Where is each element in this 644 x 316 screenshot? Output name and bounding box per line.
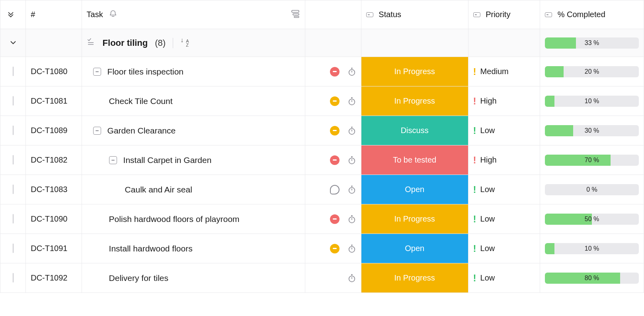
header-id[interactable]: # [26, 0, 82, 29]
progress-bar[interactable]: 10 % [545, 243, 639, 254]
priority-cell[interactable]: !Low [473, 185, 535, 194]
task-name[interactable]: Check Tile Count [109, 96, 173, 106]
priority-cell[interactable]: !Low [473, 214, 535, 224]
timer-icon[interactable] [347, 156, 356, 165]
subtask-view-icon[interactable] [291, 9, 300, 20]
group-row: Floor tiling(8)AZ33 % [0, 29, 644, 57]
sort-az-icon[interactable]: AZ [180, 39, 189, 47]
dropdown-field-icon [545, 12, 552, 17]
timer-icon[interactable] [347, 244, 356, 253]
blocker-icon[interactable] [330, 155, 340, 165]
blocker-icon[interactable] [330, 214, 340, 224]
blocker-icon[interactable] [330, 96, 340, 106]
timer-icon[interactable] [347, 185, 356, 194]
timer-icon[interactable] [347, 126, 356, 135]
table-row[interactable]: DC-T1089Garden ClearanceDiscuss!Low30 % [0, 116, 644, 145]
header-priority[interactable]: Priority [468, 0, 540, 29]
priority-icon: ! [473, 155, 476, 165]
progress-bar[interactable]: 70 % [545, 155, 639, 166]
task-name[interactable]: Delivery for tiles [109, 273, 168, 283]
task-id[interactable]: DC-T1091 [31, 244, 67, 253]
status-badge[interactable]: Open [361, 234, 468, 263]
header-expand-all[interactable] [0, 0, 26, 29]
table-row[interactable]: DC-T1092Delivery for tilesIn Progress!Lo… [0, 263, 644, 293]
status-badge[interactable]: In Progress [361, 204, 468, 234]
row-checkbox[interactable] [13, 126, 14, 135]
row-checkbox[interactable] [13, 243, 14, 253]
task-id[interactable]: DC-T1090 [31, 214, 67, 223]
group-collapse-toggle[interactable] [0, 29, 26, 57]
priority-icon: ! [473, 185, 476, 194]
header-completed[interactable]: % Completed [540, 0, 644, 29]
subtask-collapse-icon[interactable] [109, 156, 117, 164]
svg-point-34 [349, 276, 355, 282]
header-task[interactable]: Task [82, 0, 305, 29]
task-name[interactable]: Caulk and Air seal [125, 185, 192, 194]
task-name[interactable]: Floor tiles inspection [107, 67, 183, 77]
priority-cell[interactable]: !Low [473, 273, 535, 283]
row-checkbox[interactable] [13, 67, 14, 76]
svg-point-30 [349, 246, 355, 252]
progress-bar[interactable]: 50 % [545, 214, 639, 225]
status-badge[interactable]: In Progress [361, 86, 468, 116]
subtask-collapse-icon[interactable] [93, 127, 101, 135]
chevron-down-icon [8, 37, 19, 48]
progress-bar[interactable]: 10 % [545, 96, 639, 107]
row-checkbox[interactable] [13, 96, 14, 106]
table-row[interactable]: DC-T1080Floor tiles inspectionIn Progres… [0, 57, 644, 86]
svg-rect-1 [292, 10, 299, 12]
comment-icon[interactable] [330, 185, 340, 194]
task-name[interactable]: Garden Clearance [107, 126, 176, 135]
table-header-row: # Task Status Priority % Completed [0, 0, 644, 29]
status-badge[interactable]: In Progress [361, 57, 468, 86]
progress-bar[interactable]: 0 % [545, 184, 639, 195]
table-row[interactable]: DC-T1091Install hardwood floorsOpen!Low1… [0, 234, 644, 263]
timer-icon[interactable] [347, 97, 356, 106]
row-checkbox[interactable] [13, 273, 14, 283]
priority-cell[interactable]: !Low [473, 244, 535, 253]
priority-cell[interactable]: !Medium [473, 67, 535, 77]
subtask-collapse-icon[interactable] [93, 68, 101, 76]
row-checkbox[interactable] [13, 155, 14, 165]
svg-rect-3 [294, 16, 299, 18]
blocker-icon[interactable] [330, 67, 340, 77]
task-id[interactable]: DC-T1081 [31, 96, 67, 105]
table-row[interactable]: DC-T1081Check Tile CountIn Progress!High… [0, 86, 644, 116]
task-id[interactable]: DC-T1080 [31, 67, 67, 76]
dropdown-field-icon [366, 12, 373, 17]
group-progress: 33 % [545, 37, 639, 49]
progress-bar[interactable]: 80 % [545, 273, 639, 284]
row-checkbox[interactable] [13, 184, 14, 194]
task-id[interactable]: DC-T1083 [31, 185, 67, 194]
row-checkbox[interactable] [13, 214, 14, 224]
status-badge[interactable]: Open [361, 175, 468, 204]
priority-cell[interactable]: !High [473, 96, 535, 106]
table-row[interactable]: DC-T1090Polish hardwood floors of playro… [0, 204, 644, 234]
progress-bar[interactable]: 30 % [545, 125, 639, 136]
timer-icon[interactable] [347, 274, 356, 283]
task-name[interactable]: Polish hardwood floors of playroom [109, 214, 240, 224]
table-row[interactable]: DC-T1083Caulk and Air sealOpen!Low0 % [0, 175, 644, 204]
blocker-icon[interactable] [330, 244, 340, 253]
header-status[interactable]: Status [361, 0, 468, 29]
status-badge[interactable]: Discuss [361, 116, 468, 145]
priority-cell[interactable]: !High [473, 155, 535, 165]
svg-point-6 [349, 69, 355, 75]
task-name[interactable]: Install Carpet in Garden [123, 155, 212, 165]
timer-icon[interactable] [347, 67, 356, 76]
group-name[interactable]: Floor tiling [103, 38, 148, 48]
task-name[interactable]: Install hardwood floors [109, 244, 193, 253]
status-badge[interactable]: In Progress [361, 263, 468, 292]
task-id[interactable]: DC-T1082 [31, 155, 67, 164]
priority-icon: ! [473, 214, 476, 224]
priority-cell[interactable]: !Low [473, 126, 535, 135]
status-badge[interactable]: To be tested [361, 145, 468, 175]
dropdown-field-icon [473, 12, 480, 17]
priority-icon: ! [473, 96, 476, 106]
task-id[interactable]: DC-T1089 [31, 126, 67, 135]
table-row[interactable]: DC-T1082Install Carpet in GardenTo be te… [0, 145, 644, 175]
progress-bar[interactable]: 20 % [545, 66, 639, 77]
task-id[interactable]: DC-T1092 [31, 273, 67, 282]
timer-icon[interactable] [347, 215, 356, 224]
blocker-icon[interactable] [330, 126, 340, 135]
